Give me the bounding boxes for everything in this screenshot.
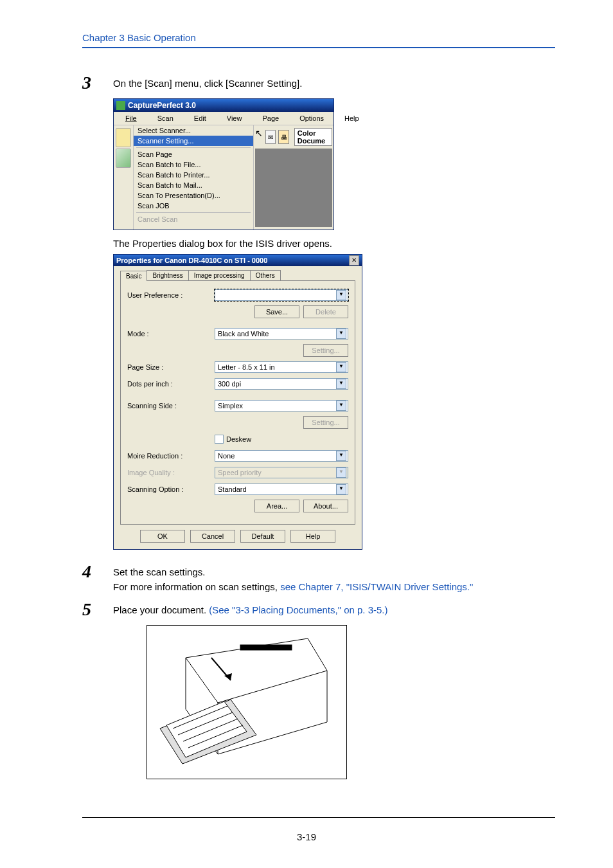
step-4-line2a: For more information on scan settings, (113, 581, 280, 592)
lbl-moire: Moire Reduction : (127, 452, 215, 460)
help-button[interactable]: Help (290, 530, 335, 543)
step-3-number: 3 (82, 74, 113, 92)
chevron-down-icon: ▼ (336, 467, 346, 478)
step-4-line1: Set the scan settings. (113, 565, 555, 580)
menu-scan[interactable]: Scan (147, 113, 184, 123)
about-button[interactable]: About... (303, 500, 348, 512)
ok-button[interactable]: OK (140, 530, 185, 543)
delete-button: Delete (303, 305, 348, 318)
lbl-mode: Mode : (127, 330, 215, 338)
step-5-text: Place your document. (113, 604, 209, 615)
header-rule (82, 47, 555, 48)
props-title: Properties for Canon DR-4010C on STI - 0… (116, 257, 267, 264)
open-icon[interactable] (116, 128, 131, 147)
cp-right-pane: ↖ ✉ 🖶 Color Docume (253, 125, 333, 230)
between-text: The Properties dialog box for the ISIS d… (113, 238, 555, 249)
link-chapter-7[interactable]: see Chapter 7, "ISIS/TWAIN Driver Settin… (280, 581, 473, 592)
chevron-down-icon: ▼ (336, 451, 346, 461)
tab-image-processing[interactable]: Image processing (188, 270, 251, 280)
combo-image-quality: Speed priority▼ (215, 467, 348, 478)
dd-scan-batch-printer[interactable]: Scan Batch to Printer... (134, 170, 253, 180)
chapter-header: Chapter 3 Basic Operation (82, 32, 555, 43)
dd-sep (136, 147, 251, 148)
page-number: 3-19 (0, 831, 613, 842)
combo-page-size[interactable]: Letter - 8.5 x 11 in▼ (215, 361, 348, 373)
cp-toolbar-left (114, 125, 134, 230)
menu-view[interactable]: View (217, 113, 253, 123)
dd-scan-batch-file[interactable]: Scan Batch to File... (134, 159, 253, 170)
combo-user-pref[interactable]: ▼ (215, 289, 348, 301)
combo-mode[interactable]: Black and White▼ (215, 328, 348, 339)
chevron-down-icon: ▼ (336, 329, 346, 339)
cancel-button[interactable]: Cancel (190, 530, 235, 543)
menu-edit[interactable]: Edit (184, 113, 217, 123)
scanner-svg (147, 626, 346, 779)
props-tabs: Basic Brightness Image processing Others (120, 270, 355, 281)
area-button[interactable]: Area... (254, 500, 299, 512)
combo-scanning-option[interactable]: Standard▼ (215, 484, 348, 495)
deskew-checkbox[interactable]: Deskew (215, 435, 251, 444)
link-placing-documents[interactable]: (See "3-3 Placing Documents," on p. 3-5.… (209, 604, 387, 615)
dd-scan-page[interactable]: Scan Page (134, 149, 253, 159)
app-icon (116, 101, 125, 110)
chevron-down-icon: ▼ (336, 484, 346, 494)
chevron-down-icon: ▼ (336, 362, 346, 372)
dd-scan-presentation[interactable]: Scan To Presentation(D)... (134, 190, 253, 201)
lbl-scanning-side: Scanning Side : (127, 402, 215, 410)
cp-menubar: File Scan Edit View Page Options Help (114, 112, 333, 125)
step-3-text: On the [Scan] menu, click [Scanner Setti… (113, 74, 555, 91)
dd-scanner-setting[interactable]: Scanner Setting... (134, 136, 253, 146)
lbl-deskew: Deskew (226, 435, 251, 443)
dd-select-scanner[interactable]: Select Scanner... (134, 125, 253, 136)
combo-scanning-side[interactable]: Simplex▼ (215, 400, 348, 411)
cp-titlebar: CapturePerfect 3.0 (114, 99, 333, 112)
menu-file[interactable]: File (115, 113, 147, 123)
combo-dpi[interactable]: 300 dpi▼ (215, 378, 348, 390)
cursor-icon: ↖ (255, 128, 263, 138)
dd-scan-batch-mail[interactable]: Scan Batch to Mail... (134, 180, 253, 190)
properties-dialog: Properties for Canon DR-4010C on STI - 0… (113, 254, 362, 550)
cp-content-area (255, 149, 332, 227)
lbl-image-quality: Image Quality : (127, 469, 215, 476)
lbl-dpi: Dots per inch : (127, 380, 215, 388)
chevron-down-icon: ▼ (336, 290, 346, 300)
printer-icon[interactable]: 🖶 (278, 130, 289, 144)
dd-sep-2 (136, 212, 251, 213)
step-5-number: 5 (82, 601, 113, 619)
tab-others[interactable]: Others (250, 270, 281, 280)
tab-brightness[interactable]: Brightness (147, 270, 188, 280)
dd-scan-job[interactable]: Scan JOB (134, 201, 253, 211)
lbl-user-pref: User Preference : (127, 291, 215, 299)
close-icon[interactable]: ✕ (349, 255, 359, 266)
menu-options[interactable]: Options (289, 113, 334, 123)
dd-cancel-scan: Cancel Scan (134, 214, 253, 224)
captureperfect-window: CapturePerfect 3.0 File Scan Edit View P… (113, 98, 334, 230)
combo-moire[interactable]: None▼ (215, 450, 348, 462)
scan-icon[interactable] (116, 149, 131, 168)
checkbox-icon (215, 435, 224, 444)
mode-setting-button: Setting... (303, 344, 348, 357)
mail-icon[interactable]: ✉ (265, 130, 276, 144)
svg-rect-7 (240, 645, 292, 650)
scan-dropdown: Select Scanner... Scanner Setting... Sca… (134, 125, 253, 230)
menu-page[interactable]: Page (252, 113, 289, 123)
default-button[interactable]: Default (240, 530, 285, 543)
lbl-scanning-option: Scanning Option : (127, 485, 215, 493)
chevron-down-icon: ▼ (336, 379, 346, 389)
side-setting-button: Setting... (303, 416, 348, 429)
footer-rule (82, 817, 555, 818)
chevron-down-icon: ▼ (336, 401, 346, 411)
cp-title: CapturePerfect 3.0 (128, 101, 196, 110)
color-docs-button[interactable]: Color Docume (294, 128, 332, 146)
save-button[interactable]: Save... (254, 305, 299, 318)
props-titlebar: Properties for Canon DR-4010C on STI - 0… (114, 255, 362, 266)
scanner-illustration (147, 625, 347, 779)
step-4-number: 4 (82, 563, 113, 581)
menu-help[interactable]: Help (334, 113, 369, 123)
tab-basic[interactable]: Basic (120, 271, 147, 281)
lbl-page-size: Page Size : (127, 363, 215, 371)
